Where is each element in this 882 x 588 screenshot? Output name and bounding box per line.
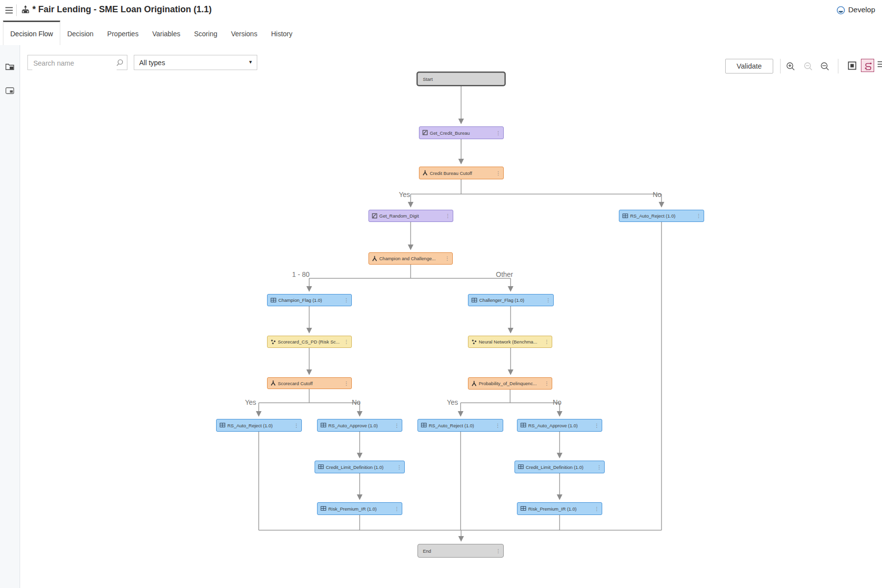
node-menu-icon[interactable]: ⋮ [344, 381, 349, 386]
overview-toggle-button[interactable] [845, 59, 858, 72]
node-label: End [423, 548, 494, 554]
node-menu-icon[interactable]: ⋮ [394, 423, 399, 428]
flow-node-get-random-digit[interactable]: Get_Random_Digit ⋮ [368, 210, 453, 222]
flow-edges [0, 0, 882, 588]
rule-set-icon [220, 421, 225, 430]
code-file-icon [422, 128, 428, 137]
node-menu-icon[interactable]: ⋮ [594, 506, 599, 512]
flow-node-rs-auto-reject-right[interactable]: RS_Auto_Reject (1.0) ⋮ [417, 419, 503, 432]
node-label: Get_Random_Digit [379, 213, 443, 219]
chevron-down-icon: ▾ [249, 59, 252, 65]
tab-variables[interactable]: Variables [146, 21, 187, 45]
flow-node-champion-and-challenger[interactable]: Champion and Challenge... ⋮ [368, 252, 453, 265]
rule-set-icon [622, 212, 628, 220]
tab-versions[interactable]: Versions [224, 21, 264, 45]
left-sidebar: » [0, 45, 20, 588]
node-menu-icon[interactable]: ⋮ [495, 423, 500, 428]
flow-node-scorecard-cutoff[interactable]: Scorecard Cutoff ⋮ [267, 377, 352, 389]
page-title: * Fair Lending - SME Loan Origination (1… [32, 4, 212, 15]
node-menu-icon[interactable]: ⋮ [544, 381, 549, 386]
node-menu-icon[interactable]: ⋮ [344, 339, 349, 344]
node-menu-icon[interactable]: ⋮ [546, 297, 551, 303]
header-divider [16, 4, 17, 16]
flow-node-start[interactable]: Start [417, 73, 505, 85]
edge-label-no: No [352, 398, 361, 406]
node-label: RS_Auto_Approve (1.0) [328, 423, 392, 428]
zoom-out-icon[interactable] [804, 62, 813, 73]
flow-node-credit-limit-definition-right[interactable]: Credit_Limit_Definition (1.0) ⋮ [514, 461, 605, 473]
rule-set-icon [320, 504, 326, 513]
node-menu-icon[interactable]: ⋮ [496, 130, 501, 136]
flow-node-probability-of-delinquency[interactable]: Probability_of_Delinquenc... ⋮ [468, 377, 552, 390]
search-input[interactable] [32, 56, 117, 70]
decision-flow-type-icon [22, 5, 29, 17]
user-avatar-icon[interactable] [836, 6, 845, 17]
tab-decision[interactable]: Decision [60, 21, 100, 45]
user-role-label[interactable]: Develop [848, 5, 875, 14]
code-file-icon [372, 212, 377, 220]
flow-view-toggle-button[interactable] [861, 59, 874, 72]
flow-node-scorecard-cs-pd[interactable]: Scorecard_CS_PD (Risk Sc... ⋮ [267, 336, 352, 348]
flow-node-credit-bureau-cutoff[interactable]: Credit Bureau Cutoff ⋮ [419, 167, 504, 179]
node-menu-icon[interactable]: ⋮ [294, 423, 299, 428]
node-label: Risk_Premium_IR (1.0) [328, 506, 392, 512]
flow-node-rs-auto-reject-left[interactable]: RS_Auto_Reject (1.0) ⋮ [216, 419, 302, 432]
app-menu-icon[interactable] [5, 6, 14, 14]
node-menu-icon[interactable]: ⋮ [496, 171, 501, 176]
node-menu-icon[interactable]: ⋮ [544, 339, 549, 344]
validate-button[interactable]: Validate [725, 59, 773, 74]
flow-node-rs-auto-approve-left[interactable]: RS_Auto_Approve (1.0) ⋮ [317, 419, 402, 432]
toolbar-divider [838, 59, 838, 74]
flow-node-get-credit-bureau[interactable]: Get_Credit_Bureau ⋮ [419, 126, 504, 139]
node-label: Champion and Challenge... [379, 256, 443, 261]
branch-icon [270, 379, 276, 388]
edge-label-yes: Yes [399, 191, 410, 198]
flow-node-rs-auto-approve-right[interactable]: RS_Auto_Approve (1.0) ⋮ [517, 419, 602, 432]
type-filter-dropdown[interactable]: All types ▾ [134, 55, 257, 70]
tab-properties[interactable]: Properties [100, 21, 146, 45]
node-label: RS_Auto_Reject (1.0) [630, 213, 694, 219]
zoom-fit-icon[interactable] [820, 62, 830, 73]
tab-history[interactable]: History [264, 21, 299, 45]
node-menu-icon[interactable]: ⋮ [696, 213, 701, 219]
rule-set-icon [520, 504, 526, 513]
node-label: Probability_of_Delinquenc... [479, 381, 542, 386]
flow-node-rs-auto-reject-top[interactable]: RS_Auto_Reject (1.0) ⋮ [619, 210, 704, 222]
sidebar-overview-icon[interactable] [5, 87, 14, 96]
flow-node-end[interactable]: End ⋮ [417, 544, 504, 558]
node-label: Neural Network (Benchma... [479, 339, 542, 344]
flow-node-neural-network[interactable]: Neural Network (Benchma... ⋮ [468, 336, 552, 348]
branch-icon [372, 254, 377, 263]
search-box [27, 55, 127, 70]
node-label: Start [423, 76, 502, 82]
node-menu-icon[interactable]: ⋮ [496, 548, 501, 554]
node-menu-icon[interactable]: ⋮ [394, 506, 399, 512]
canvas-options-icon[interactable] [878, 61, 882, 70]
flow-node-credit-limit-definition-left[interactable]: Credit_Limit_Definition (1.0) ⋮ [315, 461, 405, 473]
node-menu-icon[interactable]: ⋮ [344, 297, 349, 303]
flow-node-champion-flag[interactable]: Champion_Flag (1.0) ⋮ [267, 294, 352, 306]
tab-scoring[interactable]: Scoring [187, 21, 224, 45]
node-menu-icon[interactable]: ⋮ [445, 256, 450, 261]
flow-node-challenger-flag[interactable]: Challenger_Flag (1.0) ⋮ [468, 294, 554, 306]
edge-label-yes: Yes [447, 398, 458, 406]
node-menu-icon[interactable]: ⋮ [397, 465, 402, 470]
flow-node-risk-premium-ir-left[interactable]: Risk_Premium_IR (1.0) ⋮ [317, 502, 402, 515]
node-label: Scorecard_CS_PD (Risk Sc... [278, 339, 342, 344]
rule-set-icon [421, 421, 427, 430]
toolbar-divider [780, 59, 781, 74]
decision-flow-canvas: Yes No 1 - 80 Other Yes No Yes No Start … [0, 0, 882, 588]
node-menu-icon[interactable]: ⋮ [597, 465, 602, 470]
node-label: RS_Auto_Approve (1.0) [528, 423, 592, 428]
rule-set-icon [520, 421, 526, 430]
node-menu-icon[interactable]: ⋮ [445, 213, 450, 219]
sidebar-objects-icon[interactable] [5, 63, 14, 73]
rule-set-icon [320, 421, 326, 430]
tab-decision-flow[interactable]: Decision Flow [3, 21, 60, 45]
rule-set-icon [471, 296, 477, 305]
search-icon[interactable] [116, 59, 123, 69]
node-menu-icon[interactable]: ⋮ [594, 423, 599, 428]
zoom-in-icon[interactable] [786, 62, 795, 73]
flow-node-risk-premium-ir-right[interactable]: Risk_Premium_IR (1.0) ⋮ [517, 502, 602, 515]
edge-label-yes: Yes [245, 398, 256, 406]
